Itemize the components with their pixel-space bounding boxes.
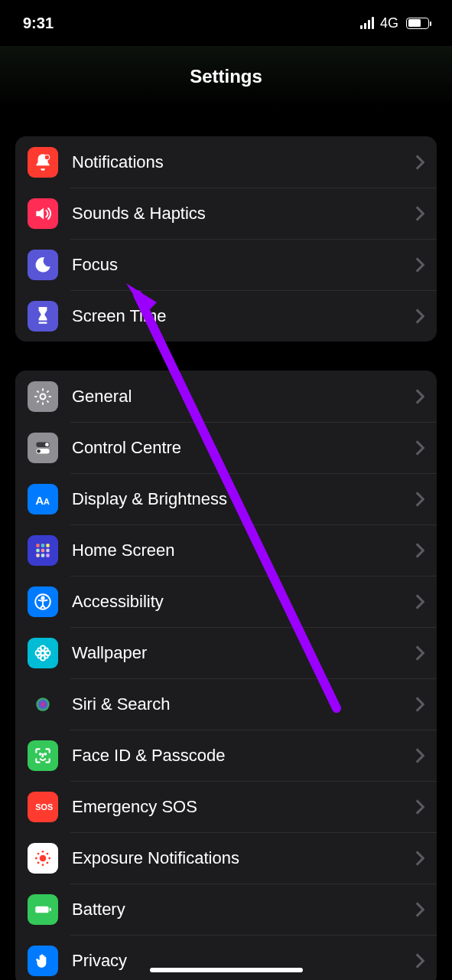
svg-rect-15	[41, 554, 44, 557]
chevron-right-icon	[415, 206, 424, 221]
svg-point-39	[37, 861, 40, 864]
svg-point-37	[37, 852, 40, 854]
speaker-icon	[28, 198, 58, 229]
svg-point-25	[44, 648, 48, 652]
row-label: Wallpaper	[72, 643, 415, 663]
row-label: Screen Time	[72, 306, 415, 326]
status-right: 4G	[360, 15, 429, 31]
chevron-right-icon	[415, 440, 424, 456]
svg-rect-10	[46, 544, 49, 547]
svg-point-34	[42, 864, 44, 866]
svg-text:A: A	[44, 496, 50, 505]
aa-icon: AA	[28, 484, 58, 514]
row-label: Exposure Notifications	[72, 848, 415, 868]
svg-rect-12	[41, 548, 44, 551]
svg-point-30	[44, 753, 46, 754]
svg-point-36	[48, 857, 50, 859]
row-notifications[interactable]: Notifications	[15, 136, 437, 188]
row-siri[interactable]: Siri & Search	[15, 678, 437, 730]
svg-rect-41	[35, 906, 48, 913]
svg-point-27	[44, 654, 48, 658]
row-label: Sounds & Haptics	[72, 204, 415, 224]
row-sos[interactable]: SOS Emergency SOS	[15, 781, 437, 832]
toggles-icon	[28, 433, 58, 463]
svg-rect-42	[50, 907, 51, 910]
svg-point-1	[41, 394, 46, 399]
page-title: Settings	[0, 46, 452, 107]
row-label: General	[72, 387, 415, 407]
chevron-right-icon	[415, 543, 424, 558]
svg-point-28	[36, 697, 49, 710]
chevron-right-icon	[415, 748, 424, 763]
chevron-right-icon	[415, 851, 424, 866]
row-wallpaper[interactable]: Wallpaper	[15, 627, 437, 678]
settings-group-1: Notifications Sounds & Haptics Focus Scr…	[15, 136, 437, 341]
sos-icon: SOS	[28, 792, 58, 822]
hand-icon	[28, 946, 58, 976]
moon-icon	[28, 250, 58, 280]
svg-point-19	[41, 651, 44, 655]
battery-row-icon	[28, 894, 58, 925]
svg-point-29	[40, 753, 41, 754]
svg-point-5	[37, 449, 41, 452]
chevron-right-icon	[415, 902, 424, 917]
row-battery[interactable]: Battery	[15, 884, 437, 935]
svg-point-32	[40, 854, 47, 861]
row-display[interactable]: AA Display & Brightness	[15, 473, 437, 524]
svg-point-35	[35, 857, 37, 859]
row-homescreen[interactable]: Home Screen	[15, 524, 437, 576]
status-bar: 9:31 4G	[0, 0, 452, 46]
row-accessibility[interactable]: Accessibility	[15, 576, 437, 627]
gear-icon	[28, 381, 58, 412]
exposure-icon	[28, 843, 58, 874]
svg-rect-11	[36, 548, 39, 551]
bell-icon	[28, 147, 58, 178]
home-indicator[interactable]	[150, 968, 303, 972]
row-focus[interactable]: Focus	[15, 239, 437, 290]
svg-point-33	[42, 850, 44, 852]
row-label: Siri & Search	[72, 694, 415, 714]
faceid-icon	[28, 740, 58, 771]
chevron-right-icon	[415, 594, 424, 609]
svg-rect-9	[41, 544, 44, 547]
row-label: Notifications	[72, 152, 415, 172]
row-sounds[interactable]: Sounds & Haptics	[15, 188, 437, 239]
row-label: Focus	[72, 255, 415, 275]
row-label: Home Screen	[72, 541, 415, 560]
row-label: Battery	[72, 900, 415, 920]
svg-rect-8	[36, 544, 39, 547]
row-label: Accessibility	[72, 592, 415, 612]
chevron-right-icon	[415, 492, 424, 507]
row-controlcentre[interactable]: Control Centre	[15, 422, 437, 473]
row-faceid[interactable]: Face ID & Passcode	[15, 730, 437, 781]
battery-icon	[406, 18, 429, 29]
svg-point-40	[47, 861, 49, 864]
chevron-right-icon	[415, 799, 424, 815]
row-screentime[interactable]: Screen Time	[15, 290, 437, 341]
chevron-right-icon	[415, 155, 424, 170]
chevron-right-icon	[415, 645, 424, 661]
svg-text:A: A	[35, 493, 44, 506]
signal-icon	[360, 17, 374, 29]
row-label: Control Centre	[72, 438, 415, 458]
svg-text:SOS: SOS	[35, 802, 53, 812]
siri-icon	[28, 689, 58, 720]
svg-rect-14	[36, 554, 39, 557]
svg-point-18	[41, 596, 44, 599]
svg-point-3	[45, 443, 49, 446]
grid-icon	[28, 535, 58, 566]
settings-group-2: General Control Centre AA Display & Brig…	[15, 371, 437, 980]
status-time: 9:31	[23, 15, 54, 32]
svg-point-26	[37, 654, 41, 658]
svg-rect-16	[46, 554, 49, 557]
hourglass-icon	[28, 301, 58, 332]
row-general[interactable]: General	[15, 371, 437, 422]
svg-point-0	[44, 155, 49, 160]
person-icon	[28, 586, 58, 617]
row-exposure[interactable]: Exposure Notifications	[15, 832, 437, 884]
row-privacy[interactable]: Privacy	[15, 935, 437, 980]
chevron-right-icon	[415, 697, 424, 712]
network-label: 4G	[380, 15, 398, 31]
flower-icon	[28, 638, 58, 668]
chevron-right-icon	[415, 309, 424, 324]
